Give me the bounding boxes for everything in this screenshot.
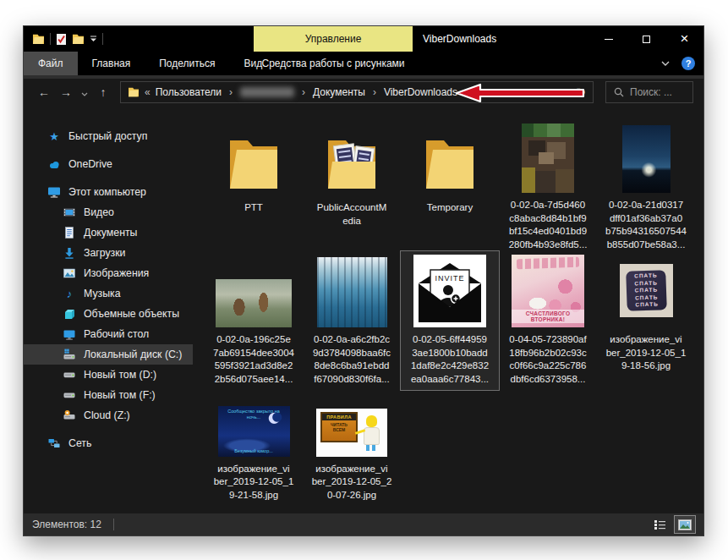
sidebar-item-cloud-z[interactable]: Cloud (Z:): [24, 405, 193, 425]
breadcrumb-current[interactable]: ViberDownloads: [384, 86, 457, 98]
file-item-publicaccountmedia[interactable]: PublicAccountM edia: [303, 119, 401, 251]
folder-thumbnail: [222, 129, 285, 195]
night-caption-bottom: Безумный юмор...: [222, 448, 287, 453]
sidebar-item-music[interactable]: ♪ Музыка: [24, 283, 193, 304]
breadcrumb-separator: ›: [370, 86, 379, 98]
file-item-image-roses[interactable]: СЧАСТЛИВОГО ВТОРНИКА! 0-04-05-723890af 1…: [499, 251, 597, 390]
sidebar-item-desktop[interactable]: Рабочий стол: [24, 324, 193, 344]
qat-customize-icon[interactable]: [90, 36, 97, 42]
night-caption-top: Сообщество закрыто на ночь...: [222, 409, 287, 420]
maximize-icon: [643, 36, 650, 43]
forward-button[interactable]: →: [56, 85, 76, 99]
qat-properties-icon[interactable]: [56, 33, 67, 46]
greeting-script-decoration: [517, 257, 579, 270]
rules-sign-title: ПРАВИЛА: [322, 414, 356, 420]
videos-icon: [63, 206, 76, 219]
file-item-image-nightmoon[interactable]: Сообщество закрыто на ночь... Безумный ю…: [205, 390, 303, 502]
file-name: Temporary: [427, 201, 473, 215]
sidebar-item-videos[interactable]: Видео: [24, 202, 193, 222]
sidebar-item-this-pc[interactable]: Этот компьютер: [24, 182, 193, 202]
tab-picture-tools[interactable]: Средства работы с рисунками: [254, 52, 413, 75]
file-name: 0-02-0a-196c25e 7ab69154dee3004 595f3921…: [213, 333, 294, 386]
image-thumbnail: СПАТЬ СПАТЬ СПАТЬ СПАТЬ СПАТЬ: [620, 264, 673, 317]
sidebar-item-volume-f[interactable]: Новый том (F:): [24, 385, 193, 405]
tab-share[interactable]: Поделиться: [145, 52, 229, 75]
file-item-temporary[interactable]: Temporary: [401, 119, 499, 251]
breadcrumb-username-redacted[interactable]: [240, 87, 294, 97]
search-icon: [614, 87, 624, 97]
file-name: 0-02-0a-7d5d460 c8abac8d84b1bf9 bf15c4ed…: [509, 199, 588, 251]
annotation-arrow: [455, 83, 588, 103]
image-thumbnail: [216, 279, 292, 327]
rules-sign: ПРАВИЛА ЧИТАТЬ ВСЕМ: [320, 412, 358, 442]
file-name: изображение_vi ber_2019-12-05_2 0-07-26.…: [312, 463, 392, 502]
computer-icon: [47, 185, 61, 199]
close-button[interactable]: ×: [665, 26, 703, 52]
thumbnails-view-icon: [678, 519, 692, 530]
sidebar-item-label: Изображения: [84, 267, 149, 279]
sidebar-item-downloads[interactable]: Загрузки: [24, 243, 193, 263]
tab-file[interactable]: Файл: [24, 52, 78, 75]
breadcrumb-users[interactable]: Пользователи: [156, 86, 222, 98]
sidebar-item-label: Видео: [84, 206, 114, 218]
window-body: ★ Быстрый доступ OneDrive Этот компьютер…: [24, 106, 703, 513]
details-view-icon: [654, 520, 665, 530]
close-icon: ×: [681, 30, 689, 47]
qat-folder-icon[interactable]: [32, 33, 45, 45]
qat-new-folder-icon[interactable]: [72, 33, 85, 45]
sidebar-item-label: Рабочий стол: [84, 328, 149, 340]
breadcrumb-overflow[interactable]: «: [145, 86, 151, 98]
sidebar-item-label: Новый том (F:): [84, 389, 156, 401]
file-item-image-bluetrees[interactable]: 0-02-0a-a6c2fb2c 9d3784098baa6fc 8de8c6b…: [303, 251, 401, 390]
tab-picture-tools-label: Средства работы с рисунками: [261, 58, 404, 69]
sidebar-item-label: Сеть: [68, 437, 91, 449]
ribbon-tabs: Файл Главная Поделиться Вид Средства раб…: [24, 52, 703, 75]
sidebar-item-volume-d[interactable]: Новый том (D:): [24, 365, 193, 385]
sidebar-item-pictures[interactable]: Изображения: [24, 263, 193, 283]
help-button[interactable]: ?: [681, 57, 695, 70]
status-divider: [113, 519, 114, 530]
star-icon: ★: [47, 130, 61, 143]
sidebar-item-label: Загрузки: [84, 247, 126, 259]
file-item-image-nightsky[interactable]: 0-02-0a-21d0317 dff01af36ab37a0 b75b9431…: [597, 119, 695, 251]
file-item-image-rules[interactable]: ПРАВИЛА ЧИТАТЬ ВСЕМ изображение_vi ber_2…: [303, 390, 401, 502]
search-box[interactable]: Поиск: ...: [605, 81, 693, 103]
recent-locations-icon[interactable]: [78, 85, 91, 99]
file-item-image-pixelated[interactable]: 0-02-0a-7d5d460 c8abac8d84b1bf9 bf15c4ed…: [499, 119, 597, 251]
invite-text: INVITE: [435, 274, 464, 283]
drive-cloud-icon: [63, 409, 76, 422]
sidebar-item-network[interactable]: Сеть: [24, 433, 193, 453]
sidebar-item-quick-access[interactable]: ★ Быстрый доступ: [24, 126, 193, 146]
back-button[interactable]: ←: [34, 85, 54, 99]
sidebar-item-onedrive[interactable]: OneDrive: [24, 154, 193, 174]
quick-access-toolbar: [24, 33, 103, 46]
maximize-button[interactable]: [627, 26, 665, 52]
image-thumbnail: ПРАВИЛА ЧИТАТЬ ВСЕМ: [316, 409, 387, 457]
sidebar-item-3d-objects[interactable]: Объемные объекты: [24, 304, 193, 324]
tab-home[interactable]: Главная: [78, 52, 145, 75]
folder-thumbnail: [320, 129, 383, 195]
view-thumbnails-button[interactable]: [675, 516, 695, 533]
explorer-window: Управление ViberDownloads × Файл Главная…: [23, 25, 704, 536]
address-folder-icon: [128, 87, 140, 97]
view-details-button[interactable]: [649, 516, 670, 533]
file-item-ptt[interactable]: PTT: [205, 119, 303, 251]
contextual-tab-header[interactable]: Управление: [254, 26, 413, 52]
sidebar-item-local-disk-c[interactable]: Локальный диск (C:): [24, 344, 193, 365]
up-button[interactable]: ↑: [93, 85, 113, 99]
file-item-image-pillow[interactable]: СПАТЬ СПАТЬ СПАТЬ СПАТЬ СПАТЬ изображени…: [597, 251, 695, 390]
minimize-button[interactable]: [589, 26, 627, 52]
qat-separator: [102, 33, 103, 45]
image-thumbnail: СЧАСТЛИВОГО ВТОРНИКА!: [512, 255, 584, 327]
image-thumbnail: [317, 257, 387, 327]
breadcrumb-documents[interactable]: Документы: [313, 86, 365, 98]
ribbon-collapse-icon[interactable]: [661, 61, 670, 66]
sidebar-item-documents[interactable]: Документы: [24, 222, 193, 243]
file-item-image-marmots[interactable]: 0-02-0a-196c25e 7ab69154dee3004 595f3921…: [205, 251, 303, 390]
drive-icon: [63, 368, 76, 382]
breadcrumb-separator: ›: [299, 86, 308, 98]
help-icon: ?: [686, 58, 692, 69]
file-item-image-invite-selected[interactable]: INVITE 0-02-05-6ff44959 3ae1800b10badd 1…: [401, 251, 499, 390]
items-count: Элементов: 12: [32, 519, 101, 530]
image-thumbnail: [522, 124, 574, 193]
